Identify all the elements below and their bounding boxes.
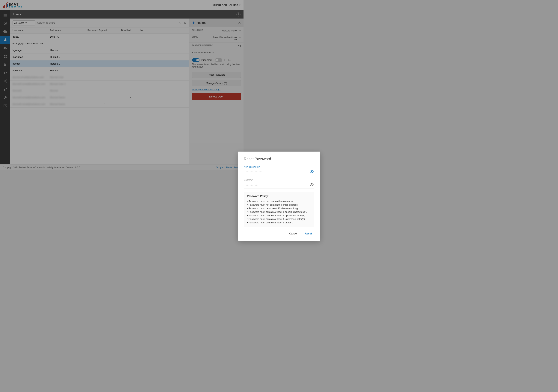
modal-overlay: Reset Password New password * Confirm * … [0, 0, 244, 170]
reset-password-modal: Reset Password New password * Confirm * … [238, 151, 244, 170]
